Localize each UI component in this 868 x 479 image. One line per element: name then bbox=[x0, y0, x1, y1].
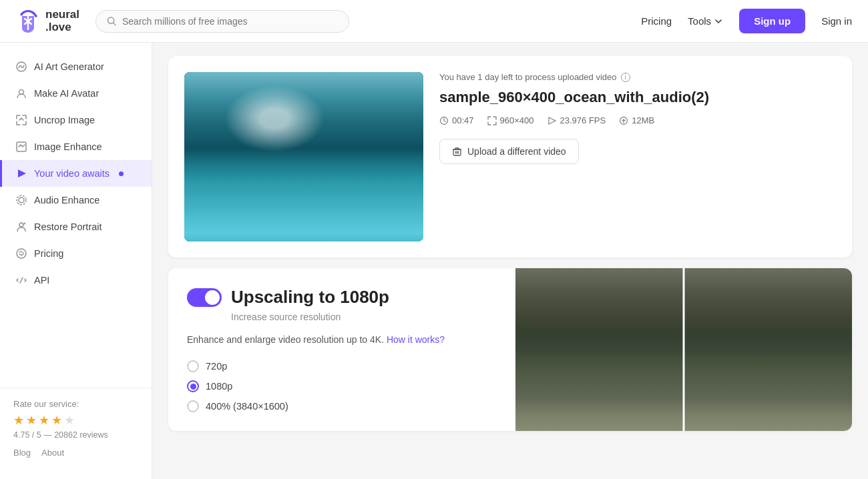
sidebar-bottom: Rate our service: ★ ★ ★ ★ ★ 4.75 / 5 — 2… bbox=[0, 388, 152, 468]
blog-link[interactable]: Blog bbox=[13, 448, 31, 458]
sidebar-item-video-awaits[interactable]: Your video awaits bbox=[0, 160, 152, 187]
sidebar-item-label: Uncrop Image bbox=[34, 115, 95, 125]
radio-4k[interactable]: 400% (3840×1600) bbox=[187, 400, 497, 412]
avatar-icon bbox=[15, 87, 27, 99]
star-1: ★ bbox=[13, 413, 24, 428]
svg-line-1 bbox=[114, 23, 116, 25]
sidebar-item-image-enhance[interactable]: Image Enhance bbox=[0, 133, 152, 160]
upscale-title: Upscaling to 1080p bbox=[231, 287, 389, 308]
video-icon bbox=[15, 167, 27, 179]
signin-link[interactable]: Sign in bbox=[821, 15, 852, 27]
upload-different-button[interactable]: Upload a different video bbox=[439, 139, 579, 164]
comparison-divider bbox=[683, 268, 685, 431]
meta-duration: 00:47 bbox=[439, 115, 474, 125]
video-info: You have 1 day left to process uploaded … bbox=[439, 72, 836, 164]
pricing-icon bbox=[15, 248, 27, 260]
svg-line-10 bbox=[20, 278, 23, 283]
sidebar-item-label: Restore Portrait bbox=[34, 221, 102, 232]
api-icon bbox=[15, 274, 27, 286]
trash-icon bbox=[452, 147, 462, 157]
info-icon: i bbox=[621, 73, 630, 82]
video-card: You have 1 day left to process uploaded … bbox=[168, 56, 852, 258]
signup-button[interactable]: Sign up bbox=[739, 9, 805, 33]
clock-icon bbox=[439, 116, 449, 125]
radio-1080p[interactable]: 1080p bbox=[187, 380, 497, 392]
search-icon bbox=[107, 16, 117, 27]
portrait-icon bbox=[15, 221, 27, 233]
sidebar-item-label: Audio Enhance bbox=[34, 195, 99, 205]
upscale-toggle[interactable] bbox=[187, 288, 222, 307]
upscale-preview bbox=[515, 268, 852, 431]
video-title: sample_960×400_ocean_with_audio(2) bbox=[439, 89, 836, 106]
sidebar-links: Blog About bbox=[13, 448, 138, 458]
radio-group: 720p 1080p 400% (3840×1600) bbox=[187, 360, 497, 412]
upscale-left: Upscaling to 1080p Increase source resol… bbox=[168, 268, 515, 431]
meta-fps: 23.976 FPS bbox=[548, 115, 606, 125]
star-4: ★ bbox=[51, 413, 62, 428]
notification-dot bbox=[119, 171, 124, 176]
meta-resolution: 960×400 bbox=[487, 115, 534, 125]
upscale-subtitle: Increase source resolution bbox=[231, 312, 497, 322]
sidebar-item-audio-enhance[interactable]: Audio Enhance bbox=[0, 187, 152, 213]
uncrop-icon bbox=[15, 114, 27, 126]
sidebar-item-label: Make AI Avatar bbox=[34, 88, 99, 99]
star-2: ★ bbox=[26, 413, 37, 428]
svg-rect-4 bbox=[17, 142, 26, 151]
art-icon bbox=[15, 61, 27, 73]
sidebar-item-restore-portrait[interactable]: Restore Portrait bbox=[0, 213, 152, 240]
main-content: You have 1 day left to process uploaded … bbox=[152, 43, 868, 479]
svg-point-7 bbox=[17, 195, 26, 205]
search-bar[interactable] bbox=[95, 10, 349, 33]
nav-pricing[interactable]: Pricing bbox=[641, 15, 672, 27]
rate-label: Rate our service: bbox=[13, 399, 138, 409]
video-meta: 00:47 960×400 23.976 FPS bbox=[439, 115, 836, 125]
file-icon bbox=[619, 116, 628, 125]
svg-point-8 bbox=[19, 223, 23, 227]
stars: ★ ★ ★ ★ ★ bbox=[13, 413, 138, 428]
sidebar-item-pricing[interactable]: Pricing bbox=[0, 240, 152, 267]
video-expiry: You have 1 day left to process uploaded … bbox=[439, 72, 836, 82]
star-3: ★ bbox=[39, 413, 49, 428]
sidebar-item-avatar[interactable]: Make AI Avatar bbox=[0, 80, 152, 107]
sidebar-item-uncrop[interactable]: Uncrop Image bbox=[0, 107, 152, 133]
radio-720p[interactable]: 720p bbox=[187, 360, 497, 372]
logo-icon bbox=[16, 9, 40, 33]
radio-circle-4k bbox=[187, 400, 199, 412]
upload-btn-label: Upload a different video bbox=[467, 146, 566, 157]
sidebar-item-label: API bbox=[34, 275, 49, 286]
logo[interactable]: neural.love bbox=[16, 9, 79, 33]
svg-point-6 bbox=[19, 197, 24, 203]
video-thumbnail bbox=[184, 72, 423, 242]
sidebar-item-label: AI Art Generator bbox=[34, 61, 104, 72]
search-input[interactable] bbox=[122, 16, 338, 27]
sidebar: AI Art Generator Make AI Avatar Uncrop I… bbox=[0, 43, 152, 479]
toggle-knob bbox=[205, 290, 220, 305]
play-icon bbox=[548, 116, 557, 125]
nav-tools[interactable]: Tools bbox=[688, 15, 723, 27]
how-it-works-link[interactable]: How it works? bbox=[387, 334, 445, 345]
radio-circle-1080p bbox=[187, 380, 199, 392]
svg-marker-5 bbox=[18, 169, 26, 177]
svg-point-9 bbox=[17, 249, 26, 258]
svg-marker-12 bbox=[549, 117, 556, 124]
sidebar-item-ai-art[interactable]: AI Art Generator bbox=[0, 53, 152, 80]
radio-circle-720p bbox=[187, 360, 199, 372]
enhance-icon bbox=[15, 141, 27, 153]
review-text: 4.75 / 5 — 20862 reviews bbox=[13, 430, 138, 440]
upscale-description: Enhance and enlarge video resolution up … bbox=[187, 333, 497, 347]
sidebar-item-label: Your video awaits bbox=[34, 168, 110, 179]
main-layout: AI Art Generator Make AI Avatar Uncrop I… bbox=[0, 43, 868, 479]
header-right: Pricing Tools Sign up Sign in bbox=[641, 9, 852, 33]
upscale-card: Upscaling to 1080p Increase source resol… bbox=[168, 268, 852, 431]
audio-icon bbox=[15, 194, 27, 206]
logo-text: neural.love bbox=[45, 9, 79, 33]
header: neural.love Pricing Tools Sign up Sign i… bbox=[0, 0, 868, 43]
expand-icon bbox=[487, 116, 497, 125]
sidebar-item-api[interactable]: API bbox=[0, 267, 152, 294]
about-link[interactable]: About bbox=[41, 448, 64, 458]
chevron-down-icon bbox=[714, 17, 723, 26]
meta-size: 12MB bbox=[619, 115, 654, 125]
sidebar-item-label: Pricing bbox=[34, 248, 63, 259]
upscale-header: Upscaling to 1080p bbox=[187, 287, 497, 308]
sidebar-item-label: Image Enhance bbox=[34, 141, 102, 152]
